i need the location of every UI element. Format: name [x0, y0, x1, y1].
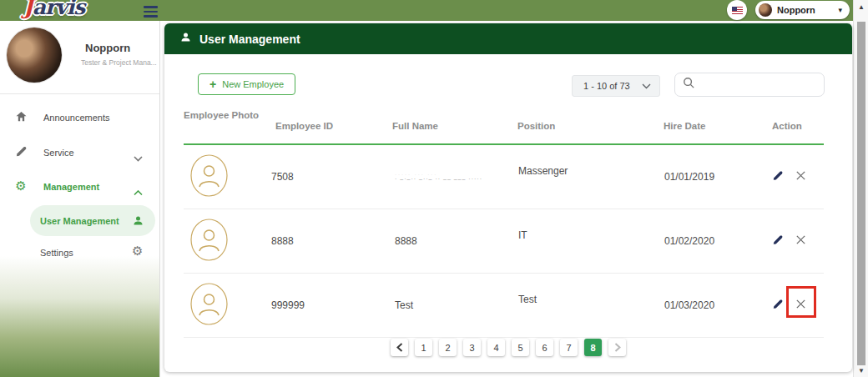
plus-icon: +	[209, 78, 216, 91]
gear-icon: ⚙	[13, 179, 28, 192]
scrollbar-thumb[interactable]	[857, 22, 865, 365]
chevron-down-icon	[134, 150, 143, 165]
new-employee-button[interactable]: + New Employee	[198, 73, 295, 95]
top-navbar: Jarvis Nopporn ▾	[0, 0, 853, 21]
divider	[0, 93, 159, 94]
employee-id-cell: 8888	[271, 235, 294, 247]
full-name-cell: 8888	[395, 235, 417, 247]
chevron-down-icon	[642, 81, 651, 91]
clipped-name-fragment: · –·–·· –··– ·· –– ––– ·····	[395, 177, 482, 182]
edit-button[interactable]	[772, 170, 784, 184]
search-input[interactable]	[700, 79, 817, 91]
table-row: 8888 8888 IT 01/02/2020	[184, 209, 824, 274]
position-cell: Test	[518, 294, 537, 305]
sidebar-item-service[interactable]: Service	[0, 143, 160, 168]
profile-role: Tester & Project Mana...	[81, 58, 157, 67]
column-header-position: Position	[517, 121, 555, 131]
employee-photo-placeholder-icon	[190, 283, 228, 328]
employee-photo-placeholder-icon	[190, 154, 228, 199]
gear-icon: ⚙	[132, 244, 143, 257]
page-button[interactable]: 3	[463, 339, 481, 356]
logo-letter-j: J	[23, 0, 33, 19]
page-title: User Management	[199, 33, 300, 46]
jarvis-logo: Jarvis	[23, 0, 84, 19]
full-name-cell: ····· ··· ···· –·–·· –··– ·· –– ––– ····…	[395, 173, 482, 182]
sidebar-item-label: Service	[43, 148, 74, 158]
column-header-employee-photo: Employee Photo	[184, 110, 259, 120]
sidebar-item-announcements[interactable]: Announcements	[0, 108, 160, 133]
person-icon	[132, 214, 155, 227]
delete-button[interactable]	[795, 234, 806, 248]
column-header-employee-id: Employee ID	[275, 121, 333, 131]
sidebar-item-label: Settings	[40, 248, 73, 258]
page-button[interactable]: 2	[439, 339, 457, 356]
scroll-down-icon[interactable]: ▼	[854, 367, 868, 374]
profile-photo	[7, 28, 62, 83]
sidebar-item-label: Management	[43, 182, 99, 192]
language-flag-button[interactable]	[727, 0, 747, 20]
user-menu-button[interactable]: Nopporn ▾	[755, 1, 850, 19]
employee-photo-placeholder-icon	[190, 219, 228, 264]
scrollbar[interactable]: ▲ ▼	[853, 0, 868, 377]
edit-button[interactable]	[772, 299, 784, 313]
delete-button[interactable]	[795, 170, 806, 183]
page-button[interactable]: 5	[512, 339, 529, 356]
position-cell: Massenger	[518, 165, 568, 177]
home-icon	[13, 110, 28, 127]
chevron-up-icon	[134, 184, 143, 199]
prev-page-button[interactable]	[391, 339, 408, 356]
page-range-value: 1 - 10 of 73	[583, 81, 642, 91]
annotation-highlight-box	[786, 286, 816, 318]
employee-id-cell: 999999	[271, 299, 305, 311]
page-button[interactable]: 7	[560, 339, 578, 356]
sidebar-item-label: User Management	[30, 216, 132, 226]
column-header-full-name: Full Name	[392, 121, 438, 131]
hire-date-cell: 01/02/2020	[664, 235, 714, 247]
sidebar-item-user-management[interactable]: User Management	[30, 205, 155, 236]
sidebar-item-settings[interactable]: Settings ⚙	[0, 241, 160, 266]
page-button-active[interactable]: 8	[584, 339, 602, 356]
column-header-hire-date: Hire Date	[664, 121, 706, 131]
pencil-icon	[13, 145, 28, 161]
new-employee-label: New Employee	[222, 79, 284, 89]
column-header-action: Action	[772, 121, 802, 131]
profile-name: Nopporn	[85, 42, 130, 54]
employee-id-cell: 7508	[271, 171, 294, 183]
pagination: 1 2 3 4 5 6 7 8	[164, 339, 852, 356]
full-name-cell: Test	[395, 299, 413, 311]
scroll-up-icon[interactable]: ▲	[854, 3, 868, 11]
page-button[interactable]: 1	[415, 339, 432, 356]
page-button[interactable]: 6	[536, 339, 553, 356]
edit-button[interactable]	[772, 234, 784, 249]
sidebar: Nopporn Tester & Project Mana... Announc…	[0, 21, 160, 377]
position-cell: IT	[518, 229, 527, 241]
logo-rest: arvis	[33, 0, 84, 19]
search-icon	[683, 77, 695, 93]
chevron-down-icon: ▾	[838, 6, 842, 14]
page-range-select[interactable]: 1 - 10 of 73	[572, 75, 660, 97]
hire-date-cell: 01/03/2020	[664, 299, 714, 311]
user-management-panel: User Management + New Employee 1 - 10 of…	[164, 23, 852, 372]
hire-date-cell: 01/01/2019	[664, 171, 714, 183]
jarvis-app: Jarvis Nopporn ▾ ▲ ▼ Nopporn Tester & Pr…	[0, 0, 868, 377]
person-icon	[179, 31, 192, 47]
menu-icon[interactable]	[144, 6, 158, 20]
page-button[interactable]: 4	[487, 339, 505, 356]
table-row: 999999 Test Test 01/03/2020	[184, 274, 824, 338]
next-page-button[interactable]	[608, 339, 626, 356]
sidebar-item-label: Announcements	[43, 113, 110, 123]
search-field	[674, 73, 825, 97]
avatar	[759, 3, 772, 17]
us-flag-icon	[732, 7, 743, 14]
table-row: 7508 ····· ··· ···· –·–·· –··– ·· –– –––…	[184, 145, 824, 209]
sidebar-item-management[interactable]: ⚙ Management	[0, 178, 160, 203]
panel-header: User Management	[164, 23, 852, 54]
user-name: Nopporn	[777, 5, 833, 15]
